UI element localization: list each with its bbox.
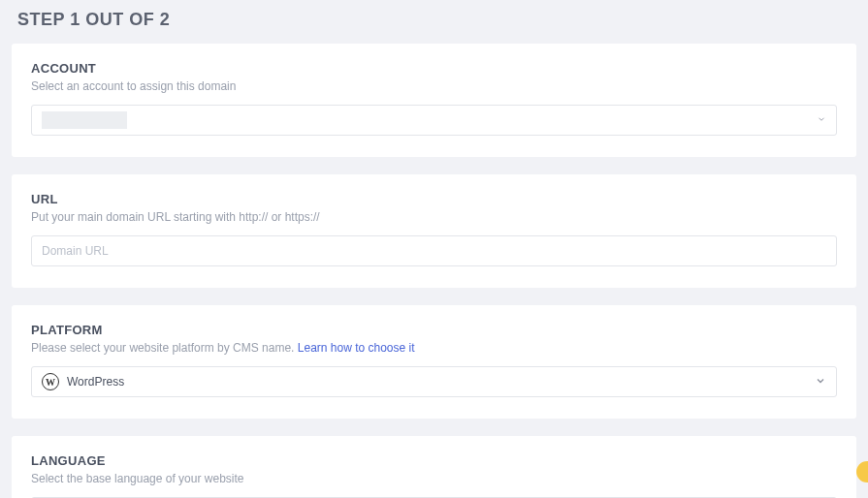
platform-desc: Please select your website platform by C… (31, 341, 298, 355)
account-title: ACCOUNT (31, 61, 837, 76)
chevron-down-icon (815, 375, 826, 389)
platform-desc-row: Please select your website platform by C… (31, 341, 837, 355)
wordpress-icon: W (42, 373, 59, 390)
chat-widget[interactable] (854, 457, 868, 484)
chevron-down-icon (817, 113, 826, 127)
platform-selected-label: WordPress (67, 375, 124, 389)
platform-learn-link[interactable]: Learn how to choose it (298, 341, 415, 355)
platform-title: PLATFORM (31, 323, 837, 337)
language-desc: Select the base language of your website (31, 472, 837, 485)
page-root: STEP 1 OUT OF 2 ACCOUNT Select an accoun… (0, 0, 868, 498)
platform-select[interactable]: W WordPress (31, 366, 837, 397)
account-selected-value (42, 111, 127, 129)
platform-selected-value: W WordPress (42, 373, 124, 390)
step-title: STEP 1 OUT OF 2 (17, 10, 856, 30)
url-title: URL (31, 192, 837, 206)
chat-icon (856, 461, 868, 482)
account-desc: Select an account to assign this domain (31, 79, 837, 93)
language-card: LANGUAGE Select the base language of you… (12, 436, 856, 498)
url-desc: Put your main domain URL starting with h… (31, 210, 837, 224)
account-card: ACCOUNT Select an account to assign this… (12, 44, 856, 157)
url-card: URL Put your main domain URL starting wi… (12, 174, 856, 288)
url-input[interactable] (31, 235, 837, 266)
platform-card: PLATFORM Please select your website plat… (12, 305, 856, 419)
language-title: LANGUAGE (31, 453, 837, 468)
account-select[interactable] (31, 105, 837, 136)
